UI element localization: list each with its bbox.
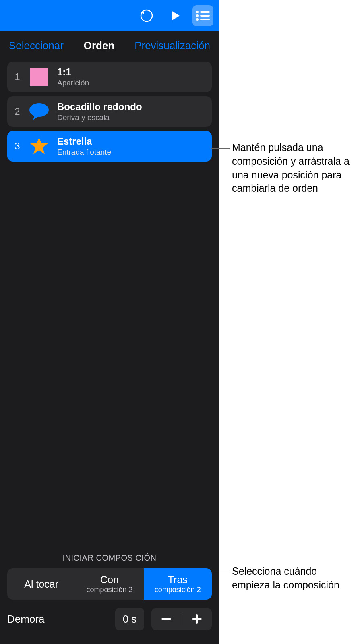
delay-stepper	[151, 608, 212, 630]
callout-leader-line	[211, 148, 230, 149]
segment-after-build[interactable]: Tras composición 2	[144, 568, 212, 600]
play-icon	[169, 10, 180, 21]
build-row[interactable]: 1 1:1 Aparición	[7, 62, 212, 92]
animation-panel: Seleccionar Orden Previsualización 1 1:1…	[0, 0, 219, 644]
plus-icon	[192, 614, 202, 624]
callout-leader-line	[211, 572, 230, 572]
segment-label: Con	[100, 574, 119, 586]
segment-on-tap[interactable]: Al tocar	[7, 568, 75, 600]
stepper-decrement[interactable]	[151, 608, 182, 630]
segment-sublabel: composición 2	[155, 586, 201, 594]
build-row-selected[interactable]: 3 Estrella Entrada flotante	[7, 131, 212, 162]
list-button[interactable]	[192, 5, 213, 26]
svg-point-5	[196, 14, 199, 17]
undo-icon	[140, 9, 153, 23]
svg-marker-2	[172, 11, 180, 21]
tab-select[interactable]: Seleccionar	[9, 39, 64, 52]
callout-leader-tick	[211, 569, 211, 575]
build-index: 3	[14, 141, 21, 152]
delay-row: Demora 0 s	[7, 608, 212, 630]
svg-rect-8	[200, 19, 210, 20]
start-segmented-control: Al tocar Con composición 2 Tras composic…	[7, 568, 212, 600]
speech-bubble-icon	[29, 101, 49, 122]
view-tabs: Seleccionar Orden Previsualización	[0, 31, 219, 62]
build-subtitle: Entrada flotante	[57, 148, 111, 157]
build-subtitle: Deriva y escala	[57, 113, 142, 122]
svg-rect-12	[161, 618, 171, 620]
square-shape-icon	[29, 67, 49, 87]
segment-label: Al tocar	[24, 578, 58, 590]
svg-marker-11	[30, 137, 48, 154]
tab-order[interactable]: Orden	[84, 39, 115, 52]
callout-reorder: Mantén pulsada una composición y arrástr…	[232, 141, 357, 195]
build-list: 1 1:1 Aparición 2 Bocadillo redondo Deri…	[0, 62, 219, 166]
delay-label: Demora	[7, 613, 108, 625]
svg-rect-14	[196, 614, 198, 624]
build-row[interactable]: 2 Bocadillo redondo Deriva y escala	[7, 96, 212, 127]
tab-preview[interactable]: Previsualización	[134, 39, 210, 52]
svg-rect-4	[200, 11, 210, 13]
build-index: 1	[14, 71, 21, 83]
list-icon	[196, 10, 210, 21]
svg-point-0	[141, 10, 152, 21]
stepper-increment[interactable]	[182, 608, 212, 630]
toolbar	[0, 0, 219, 31]
svg-point-3	[196, 11, 199, 13]
build-title: 1:1	[57, 66, 89, 78]
build-subtitle: Aparición	[57, 79, 89, 87]
delay-value-field[interactable]: 0 s	[115, 608, 144, 630]
start-build-section: INICIAR COMPOSICIÓN Al tocar Con composi…	[0, 553, 219, 644]
segment-with-build[interactable]: Con composición 2	[75, 568, 143, 600]
svg-rect-6	[200, 15, 210, 17]
callout-start: Selecciona cuándo empieza la composición	[232, 565, 357, 592]
segment-label: Tras	[168, 574, 188, 586]
section-heading: INICIAR COMPOSICIÓN	[7, 553, 212, 563]
minus-icon	[161, 618, 171, 620]
build-title: Bocadillo redondo	[57, 101, 142, 112]
svg-point-9	[29, 103, 49, 117]
callout-leader-tick	[211, 145, 211, 151]
build-title: Estrella	[57, 136, 111, 147]
play-button[interactable]	[164, 5, 185, 26]
undo-button[interactable]	[136, 5, 157, 26]
svg-point-7	[196, 18, 199, 21]
build-index: 2	[14, 106, 21, 117]
segment-sublabel: composición 2	[86, 586, 132, 594]
star-icon	[29, 136, 49, 156]
